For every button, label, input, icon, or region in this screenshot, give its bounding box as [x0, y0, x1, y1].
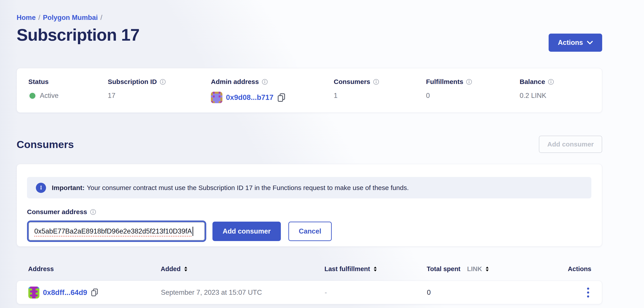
consumer-address-input-focus-ring: 0x5abE77Ba2aE8918bfD96e2e382d5f213f10D39…: [27, 220, 206, 242]
actions-column-label: Actions: [568, 265, 591, 273]
summary-admin-address: Admin address 0x9d08...b717: [211, 78, 334, 113]
column-header-actions: Actions: [568, 265, 591, 273]
summary-subscription-id: Subscription ID 17: [108, 78, 211, 113]
summary-fulfillments: Fulfillments 0: [426, 78, 520, 113]
fulfillments-label: Fulfillments: [426, 78, 463, 86]
breadcrumb: Home / Polygon Mumbai /: [16, 14, 602, 22]
status-dot-icon: [28, 92, 36, 100]
consumer-address-value: 0x5abE77Ba2aE8918bfD96e2e382d5f213f10D39…: [34, 227, 192, 235]
sort-icon[interactable]: [486, 267, 489, 272]
consumer-address-input[interactable]: 0x5abE77Ba2aE8918bfD96e2e382d5f213f10D39…: [28, 222, 205, 240]
main-content: Home / Polygon Mumbai / Subscription 17 …: [16, 0, 602, 304]
info-filled-icon: [36, 183, 46, 193]
sort-desc-icon[interactable]: [374, 267, 377, 272]
actions-button[interactable]: Actions: [548, 34, 602, 52]
sort-icon[interactable]: [184, 267, 188, 272]
consumer-total-spent: 0: [427, 289, 542, 297]
column-header-total-spent[interactable]: Total spent LINK: [427, 265, 542, 273]
add-consumer-button-disabled[interactable]: Add consumer: [539, 136, 602, 153]
subscription-id-label: Subscription ID: [108, 78, 157, 86]
info-icon[interactable]: [160, 79, 166, 85]
cancel-button[interactable]: Cancel: [288, 222, 332, 241]
text-caret: [192, 227, 193, 236]
copy-icon[interactable]: [277, 93, 286, 102]
consumer-address-label: Consumer address: [27, 208, 87, 216]
banner-bold-text: Important:: [52, 184, 84, 191]
info-icon[interactable]: [262, 79, 268, 85]
important-banner: Important:Your consumer contract must us…: [27, 177, 591, 198]
admin-address-link[interactable]: 0x9d08...b717: [226, 93, 274, 102]
added-column-label: Added: [161, 265, 180, 273]
info-icon[interactable]: [548, 79, 554, 85]
banner-text: Important:Your consumer contract must us…: [52, 184, 409, 191]
breadcrumb-home-link[interactable]: Home: [16, 14, 36, 22]
consumer-last-fulfillment: -: [325, 289, 427, 297]
consumer-address-link[interactable]: 0x8dff...64d9: [43, 288, 87, 297]
total-spent-column-label: Total spent: [427, 265, 460, 273]
column-header-added[interactable]: Added: [161, 265, 324, 273]
row-actions-kebab-menu[interactable]: [585, 287, 591, 299]
consumer-avatar: [28, 287, 40, 299]
subscription-id-value: 17: [108, 92, 115, 100]
chevron-down-icon: [587, 41, 593, 44]
add-consumer-form-card: Important:Your consumer contract must us…: [16, 164, 602, 247]
summary-consumers: Consumers 1: [334, 78, 426, 113]
last-fulfillment-column-label: Last fulfillment: [324, 265, 370, 273]
consumers-value: 1: [334, 92, 338, 100]
consumers-section-title: Consumers: [16, 138, 74, 151]
address-column-label: Address: [28, 265, 54, 273]
banner-body-text: Your consumer contract must use the Subs…: [87, 184, 409, 191]
column-header-last-fulfillment[interactable]: Last fulfillment: [324, 265, 427, 273]
consumer-added-date: September 7, 2023 at 15:07 UTC: [161, 289, 325, 297]
breadcrumb-separator: /: [38, 14, 40, 22]
actions-button-label: Actions: [558, 39, 583, 47]
total-spent-unit-label: LINK: [467, 265, 482, 273]
info-icon[interactable]: [90, 209, 96, 215]
info-icon[interactable]: [466, 79, 472, 85]
page-title: Subscription 17: [16, 25, 140, 44]
status-value: Active: [40, 92, 58, 100]
breadcrumb-separator: /: [100, 14, 102, 22]
summary-status: Status Active: [28, 78, 108, 113]
consumers-table-header: Address Added Last fulfillment Total spe…: [16, 264, 602, 274]
consumer-table-row: 0x8dff...64d9 September 7, 2023 at 15:07…: [16, 281, 602, 304]
add-consumer-submit-button[interactable]: Add consumer: [212, 222, 281, 241]
balance-label: Balance: [520, 78, 545, 86]
consumers-label: Consumers: [334, 78, 370, 86]
copy-icon[interactable]: [91, 288, 98, 297]
info-icon[interactable]: [373, 79, 379, 85]
summary-balance: Balance 0.2 LINK: [520, 78, 602, 113]
balance-value: 0.2 LINK: [520, 92, 546, 100]
status-label: Status: [28, 78, 49, 86]
breadcrumb-network-link[interactable]: Polygon Mumbai: [43, 14, 98, 22]
subscription-summary-card: Status Active Subscription ID 17 Admin a…: [16, 68, 602, 113]
admin-address-label: Admin address: [211, 78, 259, 86]
column-header-address: Address: [28, 265, 161, 273]
admin-avatar: [211, 92, 222, 103]
fulfillments-value: 0: [426, 92, 430, 100]
